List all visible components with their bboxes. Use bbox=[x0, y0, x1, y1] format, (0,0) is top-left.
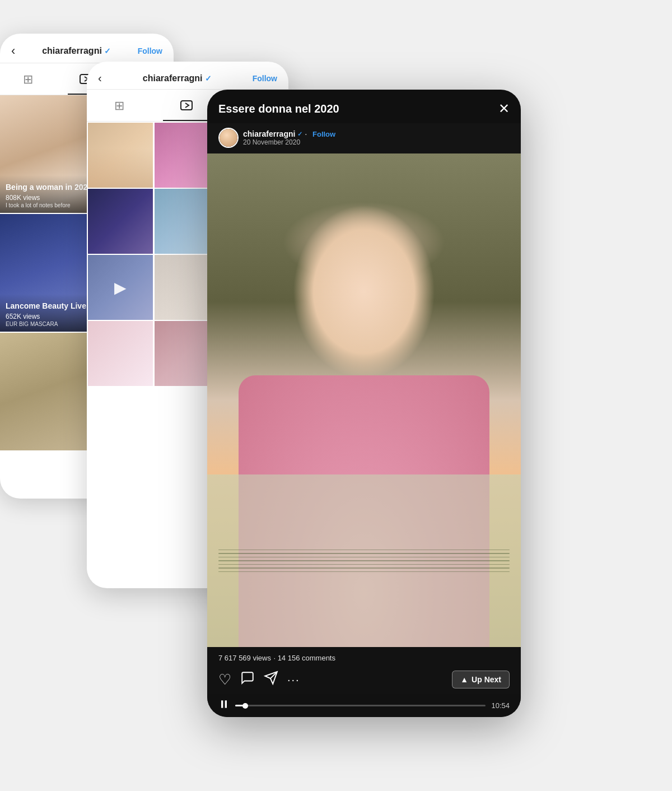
video-background bbox=[207, 153, 521, 647]
front-phone: Essere donna nel 2020 ✕ chiaraferragni ✓… bbox=[207, 90, 521, 717]
note-line-2 bbox=[218, 553, 510, 554]
video-stats: 7 617 569 views · 14 156 comments bbox=[207, 647, 521, 666]
comment-button[interactable] bbox=[240, 671, 255, 688]
mid-tab-grid[interactable]: ⊞ bbox=[97, 94, 141, 121]
views-text: 7 617 569 views bbox=[218, 654, 271, 662]
mid-phone-header: ‹ chiaraferragni ✓ Follow bbox=[87, 62, 288, 90]
note-line-4 bbox=[218, 560, 510, 561]
time-display: 10:54 bbox=[491, 701, 510, 710]
photo-cell-1[interactable] bbox=[88, 123, 153, 188]
verified-badge: ✓ bbox=[104, 46, 111, 55]
back-phone-username: chiaraferragni ✓ bbox=[42, 46, 111, 56]
video-header: Essere donna nel 2020 ✕ bbox=[207, 90, 521, 123]
note-line-5 bbox=[218, 564, 510, 565]
video-meta: chiaraferragni ✓ · Follow 20 November 20… bbox=[207, 123, 521, 153]
mid-follow-button[interactable]: Follow bbox=[253, 74, 277, 83]
svg-rect-3 bbox=[181, 101, 192, 110]
progress-bar-container: 10:54 bbox=[207, 694, 521, 717]
mid-tab-video[interactable] bbox=[163, 94, 210, 121]
photo-cell-7[interactable]: ▶ bbox=[88, 255, 153, 320]
note-line-1 bbox=[218, 550, 510, 551]
up-next-button[interactable]: ▲ Up Next bbox=[452, 671, 510, 688]
back-icon[interactable]: ‹ bbox=[11, 44, 15, 58]
meta-info: chiaraferragni ✓ · Follow 20 November 20… bbox=[243, 129, 510, 146]
video-content[interactable] bbox=[207, 153, 521, 647]
svg-rect-8 bbox=[221, 700, 223, 708]
dot-separator: · bbox=[305, 130, 307, 138]
photo-cell-10[interactable] bbox=[88, 321, 153, 386]
notes-overlay bbox=[207, 474, 521, 647]
stats-dot: · bbox=[273, 654, 277, 662]
mid-username-text: chiaraferragni bbox=[143, 73, 203, 83]
back-phone-header: ‹ chiaraferragni ✓ Follow bbox=[0, 34, 174, 63]
more-options-button[interactable]: ··· bbox=[287, 673, 300, 686]
mid-back-icon[interactable]: ‹ bbox=[98, 72, 102, 85]
mid-verified-badge: ✓ bbox=[205, 74, 212, 83]
progress-dot bbox=[242, 703, 248, 709]
video-title: Essere donna nel 2020 bbox=[218, 103, 492, 115]
comments-text: 14 156 comments bbox=[278, 654, 335, 662]
share-button[interactable] bbox=[264, 671, 278, 688]
progress-track[interactable] bbox=[235, 705, 486, 706]
front-follow-button[interactable]: Follow bbox=[312, 130, 335, 138]
actions-bar: ♡ ··· ▲ Up Next bbox=[207, 666, 521, 694]
play-icon: ▶ bbox=[114, 278, 127, 297]
avatar bbox=[218, 128, 239, 148]
note-line-3 bbox=[218, 557, 510, 558]
follow-button[interactable]: Follow bbox=[138, 46, 162, 55]
mid-phone-username: chiaraferragni ✓ bbox=[143, 73, 212, 83]
meta-date: 20 November 2020 bbox=[243, 138, 510, 146]
tab-grid[interactable]: ⊞ bbox=[12, 68, 44, 95]
front-verified: ✓ bbox=[297, 131, 302, 138]
pause-button[interactable] bbox=[218, 699, 230, 713]
up-next-label: Up Next bbox=[472, 675, 501, 684]
note-line-7 bbox=[218, 571, 510, 573]
close-button[interactable]: ✕ bbox=[498, 101, 510, 117]
photo-cell-4[interactable] bbox=[88, 189, 153, 254]
chevron-up-icon: ▲ bbox=[460, 675, 468, 684]
like-button[interactable]: ♡ bbox=[218, 671, 231, 688]
front-username-text: chiaraferragni bbox=[243, 129, 295, 138]
username-text: chiaraferragni bbox=[42, 46, 102, 56]
svg-rect-9 bbox=[225, 700, 227, 708]
meta-username: chiaraferragni ✓ · Follow bbox=[243, 129, 510, 138]
note-line-6 bbox=[218, 567, 510, 569]
